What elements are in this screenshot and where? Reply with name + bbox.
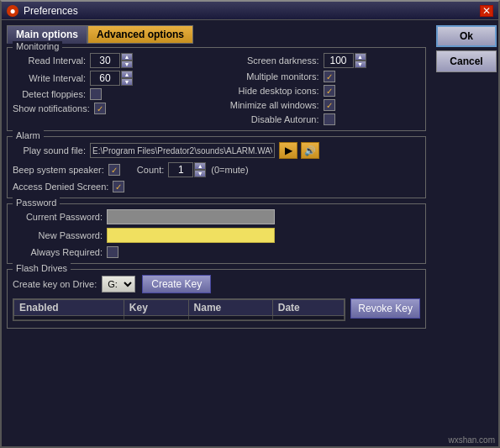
minimize-checkbox[interactable]: ✓: [324, 99, 335, 111]
play-sound-button[interactable]: 🔊: [301, 142, 319, 159]
read-interval-field[interactable]: 30: [90, 53, 120, 68]
window-icon: ●: [7, 5, 18, 17]
settings-panel: Main options Advanced options Monitoring…: [2, 20, 431, 446]
read-interval-label: Read Interval:: [13, 55, 88, 66]
create-key-on-label: Create key on Drive:: [13, 279, 100, 289]
alarm-section: Alarm Play sound file: E:\Program Files\…: [7, 136, 426, 198]
create-key-button[interactable]: Create Key: [142, 275, 211, 293]
folder-icon: ▶: [285, 145, 292, 156]
access-denied-label: Access Denied Screen:: [13, 182, 111, 192]
count-up[interactable]: ▲: [194, 162, 206, 170]
detect-floppies-checkbox[interactable]: [90, 88, 102, 100]
read-interval-input: 30 ▲ ▼: [90, 53, 133, 68]
count-down[interactable]: ▼: [194, 170, 206, 177]
beep-row: Beep system speaker: ✓: [13, 162, 120, 177]
write-interval-input: 60 ▲ ▼: [90, 71, 133, 86]
tab-advanced[interactable]: Advanced options: [87, 25, 193, 44]
count-spinner: ▲ ▼: [194, 162, 206, 177]
disable-autorun-label: Disable Autorun:: [221, 114, 322, 124]
drive-select[interactable]: G:: [102, 276, 135, 293]
count-label: Count:: [137, 165, 166, 175]
current-password-row: Current Password:: [13, 209, 420, 224]
monitoring-section: Monitoring Read Interval: 30 ▲ ▼: [7, 47, 426, 131]
close-icon: ✕: [482, 5, 491, 17]
col-date: Date: [272, 300, 345, 316]
show-notifications-label: Show notifications:: [13, 103, 92, 113]
read-interval-up[interactable]: ▲: [121, 53, 133, 61]
screen-darkness-label: Screen darkness:: [221, 55, 322, 66]
write-interval-up[interactable]: ▲: [121, 71, 133, 78]
show-notifications-checkbox[interactable]: ✓: [94, 103, 106, 114]
screen-darkness-up[interactable]: ▲: [355, 53, 366, 61]
count-input: 1 ▲ ▼: [168, 162, 206, 177]
flash-drives-label: Flash Drives: [13, 263, 71, 273]
ok-button[interactable]: Ok: [436, 25, 497, 47]
count-row: Count: 1 ▲ ▼ (0=mute): [137, 162, 249, 177]
screen-darkness-spinner: ▲ ▼: [355, 53, 366, 68]
beep-label: Beep system speaker:: [13, 165, 107, 175]
main-content: Main options Advanced options Monitoring…: [2, 20, 498, 446]
new-password-label: New Password:: [13, 230, 105, 240]
col-name: Name: [188, 300, 272, 316]
hide-desktop-row: Hide desktop icons: ✓: [221, 85, 421, 97]
speaker-icon: 🔊: [304, 145, 316, 156]
screen-darkness-row: Screen darkness: 100 ▲ ▼: [221, 53, 421, 68]
write-interval-field[interactable]: 60: [90, 71, 120, 86]
count-field[interactable]: 1: [168, 162, 193, 177]
write-interval-spinner: ▲ ▼: [121, 71, 133, 86]
cancel-button[interactable]: Cancel: [436, 50, 497, 72]
read-interval-row: Read Interval: 30 ▲ ▼: [13, 53, 213, 68]
new-password-row: New Password:: [13, 228, 420, 243]
close-button[interactable]: ✕: [480, 5, 493, 17]
current-password-label: Current Password:: [13, 212, 105, 222]
cell-key: [124, 316, 188, 320]
key-table: Enabled Key Name Date: [13, 299, 345, 320]
disable-autorun-row: Disable Autorun:: [221, 113, 421, 125]
revoke-key-button[interactable]: Revoke Key: [350, 298, 420, 319]
detect-floppies-label: Detect floppies:: [13, 89, 88, 99]
title-bar: ● Preferences ✕: [2, 2, 498, 20]
side-buttons-panel: Ok Cancel: [431, 20, 498, 446]
alarm-label: Alarm: [13, 130, 44, 140]
current-password-input[interactable]: [107, 209, 275, 224]
key-table-area: Enabled Key Name Date: [13, 298, 420, 321]
tab-bar: Main options Advanced options: [7, 25, 426, 44]
preferences-window: ● Preferences ✕ Main options Advanced op…: [0, 0, 500, 448]
show-notifications-row: Show notifications: ✓: [13, 103, 213, 114]
screen-darkness-field[interactable]: 100: [324, 53, 354, 68]
read-interval-spinner: ▲ ▼: [121, 53, 133, 68]
play-sound-label: Play sound file:: [13, 145, 88, 155]
screen-darkness-down[interactable]: ▼: [355, 61, 366, 68]
minimize-label: Minimize all windows:: [221, 100, 322, 110]
multiple-monitors-checkbox[interactable]: ✓: [324, 71, 335, 82]
count-hint: (0=mute): [208, 165, 248, 175]
disable-autorun-checkbox[interactable]: [324, 113, 335, 125]
always-required-row: Always Required:: [13, 246, 420, 258]
password-section: Password Current Password: New Password:…: [7, 203, 426, 264]
key-table-wrapper: Enabled Key Name Date: [13, 298, 345, 321]
sound-path-input[interactable]: E:\Program Files\Predator2\sounds\ALARM.…: [90, 143, 275, 158]
col-enabled: Enabled: [14, 300, 124, 316]
window-title: Preferences: [24, 5, 480, 17]
browse-sound-button[interactable]: ▶: [279, 142, 297, 159]
detect-floppies-row: Detect floppies:: [13, 88, 213, 100]
password-label: Password: [13, 198, 60, 208]
new-password-input[interactable]: [107, 228, 275, 243]
minimize-row: Minimize all windows: ✓: [221, 99, 421, 111]
beep-checkbox[interactable]: ✓: [108, 164, 120, 176]
multiple-monitors-row: Multiple monitors: ✓: [221, 71, 421, 82]
access-denied-row: Access Denied Screen: ✓: [13, 181, 420, 192]
write-interval-row: Write Interval: 60 ▲ ▼: [13, 71, 213, 86]
always-required-label: Always Required:: [13, 247, 105, 257]
monitoring-label: Monitoring: [13, 41, 62, 51]
access-denied-checkbox[interactable]: ✓: [113, 181, 124, 192]
read-interval-down[interactable]: ▼: [121, 61, 133, 68]
hide-desktop-checkbox[interactable]: ✓: [324, 85, 335, 97]
write-interval-down[interactable]: ▼: [121, 78, 133, 86]
col-key: Key: [124, 300, 188, 316]
play-sound-row: Play sound file: E:\Program Files\Predat…: [13, 142, 420, 159]
always-required-checkbox[interactable]: [107, 246, 118, 258]
cell-enabled: [14, 316, 124, 320]
watermark: wxshan.com: [448, 435, 495, 445]
create-key-row: Create key on Drive: G: Create Key: [13, 275, 420, 293]
